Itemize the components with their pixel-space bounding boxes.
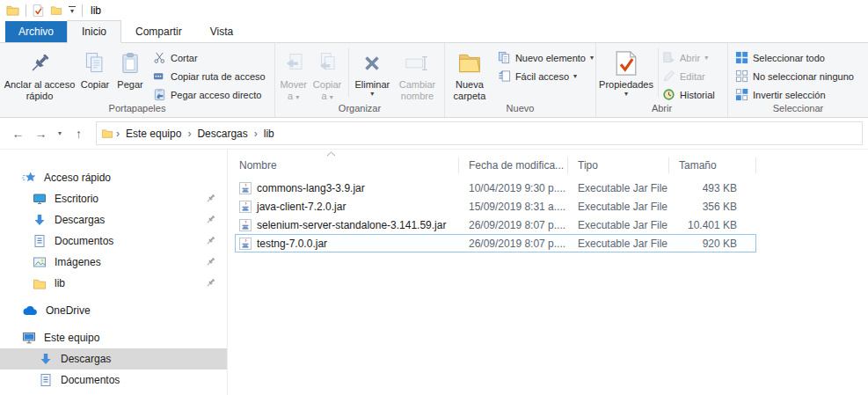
file-row-selenium-server[interactable]: selenium-server-standalone-3.141.59.jar … bbox=[235, 216, 756, 234]
sidebar-item-label: OneDrive bbox=[46, 304, 91, 317]
up-button[interactable]: ↑ bbox=[68, 127, 90, 141]
dropdown-arrow-icon: ▾ bbox=[590, 55, 594, 62]
file-name: selenium-server-standalone-3.141.59.jar bbox=[257, 219, 446, 231]
copy-path-button[interactable]: Copiar ruta de acceso bbox=[153, 69, 266, 84]
sidebar-item-label: Documentos bbox=[55, 235, 113, 247]
pin-icon bbox=[205, 193, 216, 204]
copy-to-button[interactable]: Copiar a ▾ bbox=[310, 46, 344, 102]
paste-shortcut-icon bbox=[153, 88, 166, 101]
easy-access-button[interactable]: Fácil acceso ▾ bbox=[498, 69, 594, 84]
customize-quick-access-toolbar-button[interactable]: ▾ bbox=[69, 6, 76, 15]
button-label: Fácil acceso bbox=[515, 71, 569, 82]
chevron-right-icon: › bbox=[116, 128, 120, 140]
sidebar-item-lib[interactable]: lib bbox=[0, 273, 227, 294]
delete-button[interactable]: Eliminar ▾ bbox=[353, 46, 392, 98]
sort-ascending-icon bbox=[326, 151, 336, 157]
pin-icon bbox=[205, 277, 216, 289]
dropdown-arrow-icon: ▾ bbox=[573, 73, 577, 80]
forward-button[interactable]: → bbox=[30, 127, 52, 141]
new-folder-icon bbox=[457, 48, 482, 79]
sidebar-item-escritorio[interactable]: Escritorio bbox=[0, 188, 227, 209]
button-label: Seleccionar todo bbox=[753, 53, 825, 63]
open-icon bbox=[662, 51, 675, 64]
copy-button[interactable]: Copiar bbox=[77, 46, 113, 91]
file-row-commons-lang3[interactable]: commons-lang3-3.9.jar 10/04/2019 9:30 p.… bbox=[235, 179, 756, 197]
paste-shortcut-button[interactable]: Pegar acceso directo bbox=[153, 87, 266, 102]
quick-access-star-icon bbox=[22, 171, 36, 185]
select-none-button[interactable]: No seleccionar ninguno bbox=[735, 69, 854, 84]
sidebar-item-label: Este equipo bbox=[44, 332, 99, 344]
jar-file-icon bbox=[239, 201, 252, 213]
file-date: 10/04/2019 9:30 p.... bbox=[459, 182, 568, 194]
file-row-java-client[interactable]: java-client-7.2.0.jar 15/09/2019 8:31 a.… bbox=[235, 197, 756, 216]
rename-icon bbox=[404, 48, 430, 79]
file-name: commons-lang3-3.9.jar bbox=[257, 182, 365, 194]
breadcrumb-item-descargas[interactable]: Descargas bbox=[193, 128, 251, 140]
copy-icon bbox=[83, 48, 107, 79]
jar-file-icon bbox=[239, 238, 252, 250]
recent-locations-dropdown[interactable]: ▾ bbox=[53, 129, 67, 137]
copy-to-icon bbox=[316, 48, 339, 79]
breadcrumb-item-este-equipo[interactable]: Este equipo bbox=[122, 128, 185, 140]
button-label: Cambiar nombre bbox=[392, 79, 442, 102]
button-label: Nueva carpeta bbox=[447, 79, 492, 102]
column-header-tipo[interactable]: Tipo bbox=[568, 157, 669, 173]
file-size: 10.401 KB bbox=[669, 219, 756, 231]
sidebar-item-quick-access[interactable]: Acceso rápido bbox=[0, 167, 227, 188]
new-folder-button[interactable]: Nueva carpeta bbox=[447, 46, 492, 102]
edit-button[interactable]: Editar bbox=[662, 69, 715, 84]
column-header-nombre[interactable]: Nombre bbox=[235, 157, 459, 173]
sidebar-item-onedrive[interactable]: OneDrive bbox=[0, 300, 227, 321]
rename-button[interactable]: Cambiar nombre bbox=[392, 46, 442, 102]
file-size: 493 KB bbox=[669, 182, 756, 194]
pin-to-quick-access-button[interactable]: Anclar al acceso rápido bbox=[2, 46, 77, 102]
pin-icon bbox=[205, 214, 216, 225]
invert-selection-button[interactable]: Invertir selección bbox=[735, 87, 854, 102]
sidebar-item-descargas-selected[interactable]: Descargas bbox=[0, 348, 227, 369]
divider bbox=[658, 48, 659, 97]
file-list: Nombre Fecha de modifica... Tipo Tamaño … bbox=[228, 150, 868, 395]
cut-button[interactable]: Cortar bbox=[153, 50, 266, 65]
file-row-testng-selected[interactable]: testng-7.0.0.jar 26/09/2019 8:07 p.... E… bbox=[235, 234, 756, 252]
sidebar-item-documentos-pinned[interactable]: Documentos bbox=[0, 230, 227, 252]
divider bbox=[348, 48, 349, 97]
sidebar-item-este-equipo[interactable]: Este equipo bbox=[0, 327, 227, 348]
file-date: 26/09/2019 8:07 p.... bbox=[459, 219, 568, 231]
scissors-icon bbox=[153, 51, 166, 64]
move-to-button[interactable]: Mover a ▾ bbox=[277, 46, 310, 102]
pin-icon bbox=[205, 256, 216, 267]
move-to-icon bbox=[282, 48, 305, 79]
tab-archivo[interactable]: Archivo bbox=[5, 21, 67, 42]
group-label: Abrir bbox=[596, 102, 727, 117]
history-button[interactable]: Historial bbox=[662, 87, 715, 102]
select-all-icon bbox=[735, 51, 748, 64]
back-button[interactable]: ← bbox=[7, 127, 29, 141]
sidebar-item-label: Escritorio bbox=[55, 193, 98, 205]
ribbon-group-open: Propiedades ▾ Abrir ▾ bbox=[595, 43, 727, 117]
group-label: Portapapeles bbox=[0, 102, 274, 117]
qat-properties-button[interactable] bbox=[33, 4, 44, 17]
group-label: Seleccionar bbox=[728, 102, 868, 117]
qat-new-folder-button[interactable] bbox=[50, 4, 62, 16]
sidebar-item-imagenes[interactable]: Imágenes bbox=[0, 252, 227, 273]
file-date: 15/09/2019 8:31 a.... bbox=[459, 201, 568, 213]
tab-compartir[interactable]: Compartir bbox=[121, 21, 196, 42]
select-all-button[interactable]: Seleccionar todo bbox=[735, 50, 854, 65]
ribbon-group-select: Seleccionar todo No seleccionar ninguno … bbox=[727, 43, 868, 117]
desktop-icon bbox=[33, 192, 47, 206]
open-button[interactable]: Abrir ▾ bbox=[662, 50, 715, 65]
paste-button[interactable]: Pegar bbox=[113, 46, 148, 91]
breadcrumb-item-lib[interactable]: lib bbox=[260, 128, 278, 140]
new-item-button[interactable]: Nuevo elemento ▾ bbox=[498, 50, 594, 65]
properties-button[interactable]: Propiedades ▾ bbox=[598, 46, 654, 98]
sidebar-item-documentos[interactable]: Documentos bbox=[0, 369, 227, 391]
address-bar: ← → ▾ ↑ › Este equipo › Descargas › lib bbox=[0, 118, 868, 150]
tab-vista[interactable]: Vista bbox=[196, 21, 247, 42]
tab-inicio[interactable]: Inicio bbox=[67, 20, 121, 43]
window-title: lib bbox=[91, 4, 101, 17]
sidebar-item-descargas-pinned[interactable]: Descargas bbox=[0, 209, 227, 230]
breadcrumb[interactable]: › Este equipo › Descargas › lib bbox=[96, 121, 863, 145]
column-header-fecha[interactable]: Fecha de modifica... bbox=[459, 157, 568, 173]
column-header-tamano[interactable]: Tamaño bbox=[669, 157, 756, 173]
title-bar: ▾ lib bbox=[0, 0, 868, 20]
